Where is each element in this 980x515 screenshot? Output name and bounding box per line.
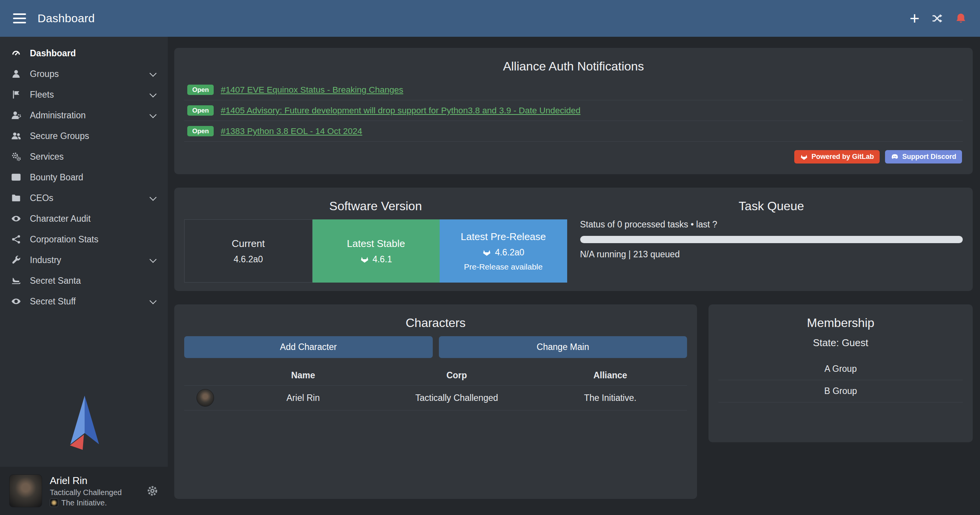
- sidebar: Dashboard Groups Fleets Administration S…: [0, 37, 168, 515]
- character-name-cell: Ariel Rin: [226, 393, 380, 403]
- gitlab-badge-label: Powered by GitLab: [811, 153, 874, 161]
- chevron-down-icon: [149, 256, 156, 263]
- notifications-bell-icon[interactable]: [955, 12, 967, 25]
- page-title: Dashboard: [38, 12, 95, 25]
- character-portrait-avatar: [196, 389, 214, 407]
- change-main-button[interactable]: Change Main: [439, 336, 687, 358]
- sleigh-icon: [11, 275, 21, 286]
- sidebar-item-label: Corporation Stats: [30, 234, 98, 245]
- stable-label: Latest Stable: [347, 238, 405, 250]
- membership-panel: Membership State: Guest A Group B Group: [708, 304, 973, 442]
- column-header-alliance: Alliance: [533, 370, 687, 381]
- characters-table: Name Corp Alliance Ariel Rin Tactically …: [184, 366, 687, 410]
- status-badge: Open: [187, 85, 214, 95]
- sidebar-item-label: Bounty Board: [30, 172, 83, 183]
- membership-title: Membership: [718, 316, 963, 330]
- prerelease-note: Pre-Release available: [464, 262, 543, 271]
- status-badge: Open: [187, 126, 214, 136]
- add-icon[interactable]: +: [910, 12, 919, 25]
- sidebar-item-label: Groups: [30, 69, 59, 79]
- character-alliance-cell: The Initiative.: [533, 393, 687, 403]
- notification-row: Open #1405 Advisory: Future development …: [184, 100, 963, 121]
- share-icon: [11, 234, 21, 245]
- character-corp-cell: Tactically Challenged: [380, 393, 533, 403]
- discord-icon: [891, 153, 899, 161]
- sidebar-item-ceos[interactable]: CEOs: [0, 188, 168, 208]
- stable-version: 4.6.1: [373, 254, 392, 265]
- software-version-section: Software Version Current 4.6.2a0 Latest …: [184, 196, 567, 283]
- notification-link[interactable]: #1407 EVE Equinox Status - Breaking Chan…: [221, 85, 403, 95]
- sidebar-item-label: Administration: [30, 110, 86, 121]
- sidebar-item-administration[interactable]: Administration: [0, 105, 168, 126]
- sidebar-item-industry[interactable]: Industry: [0, 250, 168, 270]
- shuffle-icon[interactable]: [931, 12, 943, 25]
- gitlab-fox-icon: [360, 255, 369, 264]
- table-row: Ariel Rin Tactically Challenged The Init…: [184, 386, 687, 410]
- software-taskqueue-panel: Software Version Current 4.6.2a0 Latest …: [174, 188, 973, 291]
- sidebar-item-secret-santa[interactable]: Secret Santa: [0, 270, 168, 291]
- status-badge: Open: [187, 105, 214, 116]
- chevron-down-icon: [149, 194, 156, 201]
- software-prerelease-cell: Latest Pre-Release 4.6.2a0 Pre-Release a…: [440, 219, 567, 283]
- gauge-icon: [11, 48, 21, 59]
- column-header-corp: Corp: [380, 370, 533, 381]
- prerelease-label: Latest Pre-Release: [461, 231, 546, 243]
- column-header-name: Name: [226, 370, 380, 381]
- notifications-panel: Alliance Auth Notifications Open #1407 E…: [174, 48, 973, 174]
- hamburger-menu-icon[interactable]: [13, 13, 26, 23]
- sidebar-item-character-audit[interactable]: Character Audit: [0, 208, 168, 229]
- current-version: 4.6.2a0: [234, 254, 263, 265]
- top-navbar: Dashboard +: [0, 0, 980, 37]
- gitlab-fox-icon: [482, 248, 491, 257]
- chevron-down-icon: [149, 297, 156, 304]
- sidebar-item-label: Fleets: [30, 90, 54, 100]
- notification-row: Open #1407 EVE Equinox Status - Breaking…: [184, 80, 963, 100]
- sidebar-item-corporation-stats[interactable]: Corporation Stats: [0, 229, 168, 250]
- notification-link[interactable]: #1383 Python 3.8 EOL - 14 Oct 2024: [221, 126, 362, 136]
- software-version-title: Software Version: [184, 199, 567, 213]
- task-queue-section: Task Queue Status of 0 processed tasks •…: [580, 196, 963, 283]
- sidebar-item-secret-stuff[interactable]: Secret Stuff: [0, 291, 168, 312]
- gears-icon: [11, 151, 21, 162]
- sidebar-item-label: Secret Santa: [30, 276, 81, 286]
- sidebar-item-secure-groups[interactable]: Secure Groups: [0, 126, 168, 146]
- sidebar-item-dashboard[interactable]: Dashboard: [0, 43, 168, 64]
- characters-panel: Characters Add Character Change Main Nam…: [174, 304, 697, 499]
- task-queue-title: Task Queue: [580, 199, 963, 213]
- settings-gear-icon[interactable]: [146, 485, 159, 497]
- add-character-button[interactable]: Add Character: [184, 336, 433, 358]
- wrench-icon: [11, 255, 21, 265]
- list-item: B Group: [718, 380, 963, 402]
- sidebar-item-label: Secret Stuff: [30, 296, 76, 307]
- current-label: Current: [232, 238, 265, 250]
- user-corporation: Tactically Challenged: [50, 488, 122, 497]
- characters-title: Characters: [184, 316, 687, 330]
- flag-icon: [11, 89, 21, 100]
- eye-icon: [11, 296, 21, 307]
- powered-by-gitlab-badge[interactable]: Powered by GitLab: [794, 150, 880, 163]
- gitlab-fox-icon: [800, 153, 808, 161]
- sidebar-item-groups[interactable]: Groups: [0, 64, 168, 84]
- user-gear-icon: [11, 110, 21, 121]
- user-alliance: The Initiative.: [50, 499, 122, 507]
- software-stable-cell: Latest Stable 4.6.1: [312, 219, 440, 283]
- user-avatar: [9, 474, 42, 507]
- task-queue-progressbar: [580, 236, 963, 243]
- notification-row: Open #1383 Python 3.8 EOL - 14 Oct 2024: [184, 121, 963, 142]
- notification-link[interactable]: #1405 Advisory: Future development will …: [221, 106, 580, 116]
- eye-icon: [11, 213, 21, 224]
- user-card: Ariel Rin Tactically Challenged The Init…: [0, 467, 168, 515]
- sidebar-item-fleets[interactable]: Fleets: [0, 84, 168, 105]
- list-item: A Group: [718, 358, 963, 380]
- discord-badge-label: Support Discord: [902, 153, 956, 161]
- folder-icon: [11, 193, 21, 203]
- support-discord-badge[interactable]: Support Discord: [885, 150, 962, 163]
- sidebar-item-label: Industry: [30, 255, 61, 265]
- alliance-logo-icon: [50, 499, 58, 507]
- sidebar-item-services[interactable]: Services: [0, 146, 168, 167]
- main-content: Alliance Auth Notifications Open #1407 E…: [168, 37, 980, 515]
- sidebar-item-bounty-board[interactable]: Bounty Board: [0, 167, 168, 188]
- sidebar-item-label: Services: [30, 152, 64, 162]
- board-icon: [11, 172, 21, 183]
- sidebar-item-label: Secure Groups: [30, 131, 89, 141]
